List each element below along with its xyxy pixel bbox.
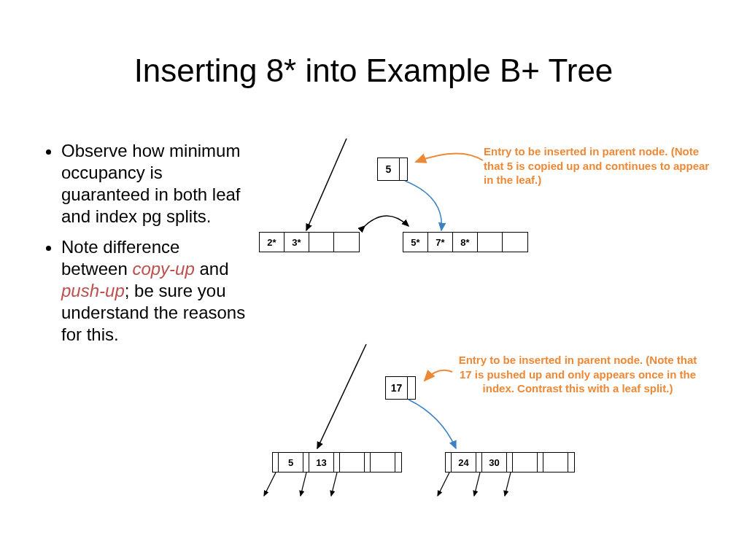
leaf-cell: 7* <box>428 233 453 252</box>
index-cell: 30 <box>482 453 507 472</box>
leaf-cell <box>309 233 334 252</box>
index-cell <box>340 453 365 472</box>
leaf-cell: 5* <box>403 233 428 252</box>
leaf-right-1: 5* 7* 8* <box>403 232 528 252</box>
slide-title: Inserting 8* into Example B+ Tree <box>0 52 747 89</box>
index-cell <box>543 453 568 472</box>
annotation-1: Entry to be inserted in parent node. (No… <box>484 144 717 187</box>
parent-node-1: 5 <box>377 158 408 181</box>
index-right-2: 24 30 <box>445 452 575 472</box>
bullet-item-2: Note difference between copy-up and push… <box>61 236 248 346</box>
pointer-arrow-icon <box>301 472 306 496</box>
double-arrow-icon <box>365 216 409 226</box>
bullet-list: Observe how minimum occupancy is guarant… <box>44 140 248 354</box>
arrow-orange-icon <box>425 370 452 381</box>
leaf-cell: 2* <box>260 233 285 252</box>
arrow-orange-icon <box>416 153 483 162</box>
parent-key-1: 5 <box>378 158 400 180</box>
pointer-arrow-icon <box>474 472 480 496</box>
bullet-item-1: Observe how minimum occupancy is guarant… <box>61 140 248 228</box>
index-cell: 24 <box>452 453 476 472</box>
index-cell <box>371 453 395 472</box>
term-push-up: push-up <box>61 281 125 300</box>
index-cell: 5 <box>279 453 303 472</box>
parent-key-2: 17 <box>386 377 408 399</box>
leaf-cell <box>503 233 527 252</box>
index-cell <box>513 453 538 472</box>
pointer-arrow-icon <box>331 472 337 496</box>
arrow-icon <box>317 344 366 448</box>
pointer-arrow-icon <box>505 472 511 496</box>
arrow-blue-icon <box>405 181 441 230</box>
index-left-2: 5 13 <box>272 452 402 472</box>
leaf-left-1: 2* 3* <box>259 232 360 252</box>
leaf-cell <box>478 233 503 252</box>
arrow-icon <box>306 139 347 230</box>
parent-node-2: 17 <box>385 376 416 400</box>
leaf-cell <box>334 233 359 252</box>
arrow-blue-icon <box>409 400 456 448</box>
pointer-arrow-icon <box>438 472 449 496</box>
leaf-cell: 8* <box>453 233 478 252</box>
annotation-2: Entry to be inserted in parent node. (No… <box>454 353 702 396</box>
leaf-cell: 3* <box>285 233 309 252</box>
index-cell: 13 <box>309 453 334 472</box>
pointer-arrow-icon <box>264 472 276 496</box>
term-copy-up: copy-up <box>132 259 194 279</box>
